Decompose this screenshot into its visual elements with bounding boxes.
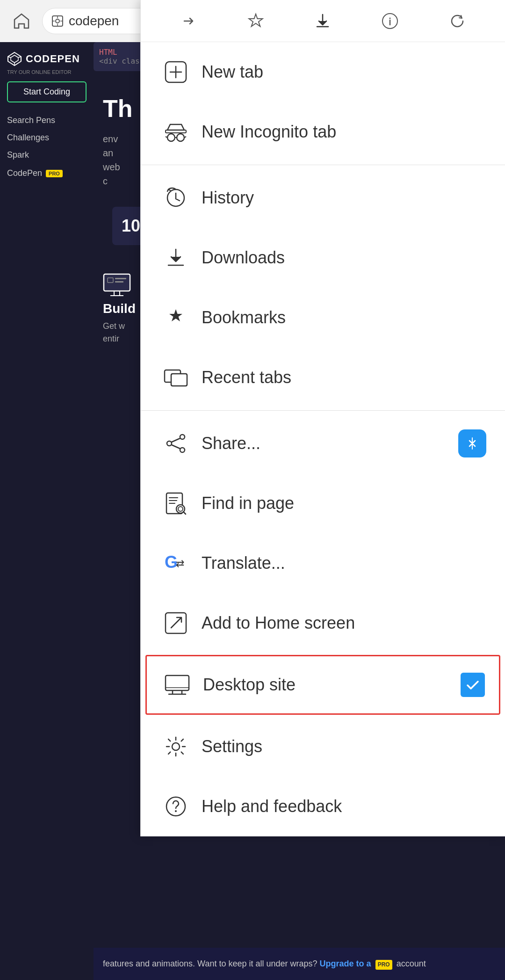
desktop-site-label: Desktop site [203, 675, 461, 695]
codepen-label: CodePen [7, 168, 42, 178]
settings-icon [159, 734, 192, 759]
codepen-sidebar: CODEPEN TRY OUR ONLINE EDITOR Start Codi… [0, 42, 94, 980]
svg-point-16 [390, 17, 391, 19]
svg-rect-10 [115, 281, 123, 283]
star-button[interactable] [242, 7, 270, 35]
history-label: History [202, 188, 486, 208]
help-item[interactable]: Help and feedback [141, 777, 505, 836]
settings-item[interactable]: Settings [141, 717, 505, 777]
downloads-icon [159, 246, 192, 270]
share-label: Share... [202, 434, 458, 453]
svg-point-52 [172, 743, 180, 750]
desktop-site-icon [161, 673, 194, 697]
add-home-icon [159, 611, 192, 635]
help-label: Help and feedback [202, 797, 486, 816]
sidebar-item-challenges[interactable]: Challenges [7, 129, 87, 146]
sidebar-item-spark[interactable]: Spark [7, 146, 87, 164]
sidebar-item-search-pens[interactable]: Search Pens [7, 112, 87, 129]
divider-2 [141, 410, 505, 411]
bookmarks-label: Bookmarks [202, 308, 486, 327]
svg-point-23 [177, 134, 184, 141]
svg-rect-29 [171, 374, 187, 386]
svg-point-33 [180, 448, 185, 452]
svg-point-31 [167, 441, 172, 446]
recent-tabs-item[interactable]: Recent tabs [141, 348, 505, 407]
svg-line-40 [183, 512, 186, 514]
dropdown-menu: New tab New Incognito tab [140, 0, 505, 836]
forward-button[interactable] [174, 7, 202, 35]
info-button[interactable] [376, 7, 404, 35]
codepen-logo-text: CODEPEN [26, 53, 80, 65]
recent-tabs-label: Recent tabs [202, 368, 486, 387]
codepen-pro: CodePen PRO [7, 168, 87, 178]
translate-item[interactable]: G ⇄ Translate... [141, 533, 505, 593]
new-tab-label: New tab [202, 62, 486, 82]
new-incognito-item[interactable]: New Incognito tab [141, 102, 505, 162]
codepen-logo: CODEPEN [7, 51, 87, 66]
bookmarks-icon [159, 305, 192, 330]
svg-point-32 [180, 435, 185, 439]
bookmarks-item[interactable]: Bookmarks [141, 288, 505, 348]
svg-rect-47 [166, 675, 189, 690]
downloads-item[interactable]: Downloads [141, 228, 505, 288]
bluetooth-badge [458, 429, 486, 457]
new-tab-item[interactable]: New tab [141, 42, 505, 102]
desktop-site-checkbox[interactable] [461, 673, 485, 697]
svg-line-35 [172, 445, 180, 449]
find-in-page-icon [159, 491, 192, 515]
incognito-icon [159, 120, 192, 144]
add-home-label: Add to Home screen [202, 613, 486, 633]
new-tab-icon [159, 60, 192, 84]
new-incognito-label: New Incognito tab [202, 122, 486, 142]
dropdown-topbar [141, 0, 505, 42]
upgrade-text: features and animations. Want to keep it… [103, 959, 317, 968]
pro-badge: PRO [46, 170, 63, 177]
find-in-page-item[interactable]: Find in page [141, 473, 505, 533]
start-coding-button[interactable]: Start Coding [7, 81, 87, 102]
url-text: codepen [69, 14, 119, 29]
downloads-label: Downloads [202, 248, 486, 268]
desktop-site-item[interactable]: Desktop site [145, 655, 500, 715]
download-button[interactable] [309, 7, 337, 35]
svg-rect-9 [115, 278, 126, 279]
recent-tabs-icon [159, 365, 192, 390]
upgrade-link[interactable]: Upgrade to a [320, 959, 371, 968]
translate-label: Translate... [202, 553, 486, 573]
settings-label: Settings [202, 737, 486, 756]
history-icon [159, 186, 192, 210]
pro-inline-badge: PRO [375, 960, 392, 970]
svg-text:⇄: ⇄ [176, 558, 184, 569]
find-in-page-label: Find in page [202, 494, 486, 513]
codepen-tagline: TRY OUR ONLINE EDITOR [7, 69, 87, 75]
translate-icon: G ⇄ [159, 551, 192, 575]
refresh-button[interactable] [443, 7, 471, 35]
share-item[interactable]: Share... [141, 414, 505, 473]
share-icon [159, 431, 192, 456]
home-button[interactable] [9, 9, 34, 33]
upgrade-bar: features and animations. Want to keep it… [94, 948, 505, 980]
svg-point-22 [167, 134, 175, 141]
svg-marker-2 [11, 55, 18, 63]
history-item[interactable]: History [141, 168, 505, 228]
help-icon [159, 794, 192, 819]
svg-line-34 [172, 438, 180, 442]
upgrade-account: account [397, 959, 426, 968]
svg-rect-21 [166, 130, 186, 133]
svg-point-54 [175, 810, 177, 812]
svg-point-53 [166, 797, 185, 816]
add-home-item[interactable]: Add to Home screen [141, 593, 505, 653]
divider-1 [141, 165, 505, 165]
